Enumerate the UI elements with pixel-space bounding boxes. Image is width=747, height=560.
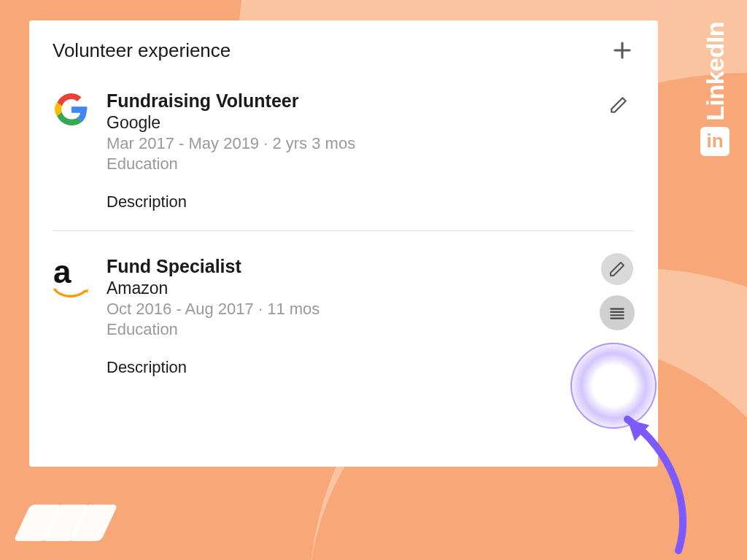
organization-name: Amazon [107, 279, 635, 298]
reorder-entries-button[interactable] [600, 295, 635, 330]
entry-body: Fund Specialist Amazon Oct 2016 - Aug 20… [107, 256, 635, 377]
edit-entry-button[interactable] [601, 253, 633, 285]
organization-name: Google [107, 113, 635, 133]
edit-entry-button[interactable] [603, 89, 635, 121]
decorative-hatch [22, 505, 105, 541]
entry-actions [603, 89, 635, 121]
plus-icon [611, 39, 633, 61]
description: Description [107, 192, 635, 211]
date-range: Mar 2017 - May 2019 · 2 yrs 3 mos [107, 134, 635, 153]
pencil-icon [609, 96, 628, 114]
cause: Education [107, 320, 635, 339]
add-experience-button[interactable] [610, 38, 635, 63]
org-logo-amazon: a [53, 256, 90, 294]
pencil-icon [608, 260, 626, 278]
entry-actions [600, 253, 635, 330]
date-range: Oct 2016 - Aug 2017 · 11 mos [107, 300, 635, 319]
linkedin-wordmark: LinkedIn [701, 22, 729, 121]
volunteer-experience-card: Volunteer experience Fundraising Volunte… [29, 20, 658, 467]
section-title: Volunteer experience [53, 39, 231, 62]
reorder-lines-icon [608, 303, 627, 322]
org-logo-google [53, 90, 90, 128]
volunteer-entry: a Fund Specialist Amazon Oct 2016 - Aug … [53, 230, 635, 396]
cause: Education [107, 155, 635, 174]
description: Description [107, 358, 635, 377]
section-header: Volunteer experience [53, 38, 635, 63]
linkedin-brand: LinkedIn in [700, 22, 729, 156]
role-title: Fundraising Volunteer [107, 90, 635, 112]
role-title: Fund Specialist [107, 256, 635, 277]
volunteer-entry: Fundraising Volunteer Google Mar 2017 - … [53, 85, 635, 230]
linkedin-logo-icon: in [700, 127, 729, 156]
entry-body: Fundraising Volunteer Google Mar 2017 - … [107, 90, 635, 211]
